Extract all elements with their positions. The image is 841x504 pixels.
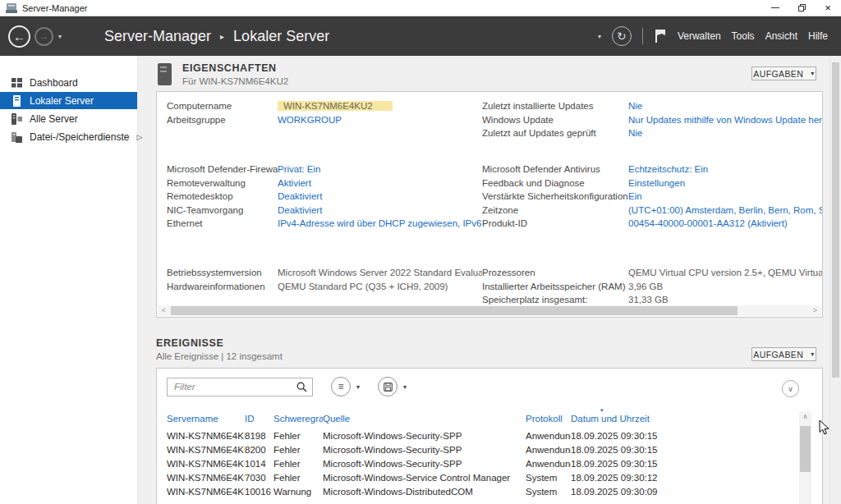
property-value-link[interactable]: (UTC+01:00) Amsterdam, Berlin, Bern, Rom… bbox=[628, 205, 822, 215]
menu-hilfe[interactable]: Hilfe bbox=[808, 30, 828, 42]
close-button[interactable]: × bbox=[815, 0, 841, 16]
back-icon: ← bbox=[13, 30, 25, 43]
property-value-link[interactable]: IPv4-Adresse wird über DHCP zugewiesen, … bbox=[278, 218, 482, 228]
property-row: Hardwareinformationen QEMU Standard PC (… bbox=[167, 280, 822, 293]
properties-title: EIGENSCHAFTEN bbox=[182, 62, 823, 74]
column-schweregrad[interactable]: Schweregrad bbox=[273, 407, 323, 428]
breadcrumb-current: Lokaler Server bbox=[233, 28, 329, 45]
cell-datum: 18.09.2025 09:30:15 bbox=[571, 442, 804, 456]
breadcrumb-root[interactable]: Server-Manager bbox=[104, 28, 211, 45]
property-value-link[interactable]: Ein bbox=[628, 191, 642, 201]
notifications-button[interactable] bbox=[654, 29, 667, 44]
menu-verwalten[interactable]: Verwalten bbox=[678, 30, 721, 42]
property-value-link[interactable]: Einstellungen bbox=[628, 178, 685, 188]
property-value: QEMU Virtual CPU version 2.5+, QEMU Virt… bbox=[628, 268, 822, 277]
table-row[interactable]: WIN-KS7NM6E4KU2 8200 Fehler Microsoft-Wi… bbox=[167, 442, 804, 456]
property-label: Remotedesktop bbox=[167, 191, 278, 201]
sidebar-item-alle-server[interactable]: Alle Server bbox=[0, 110, 137, 127]
property-value-link[interactable]: Nur Updates mithilfe von Windows Update … bbox=[628, 115, 822, 125]
window-vertical-scrollbar[interactable] bbox=[830, 56, 841, 504]
collapse-button[interactable]: ∨ bbox=[782, 380, 799, 397]
events-tasks-button[interactable]: AUFGABEN ▾ bbox=[751, 347, 816, 361]
forward-button[interactable]: → bbox=[34, 27, 53, 46]
scroll-right-icon[interactable]: > bbox=[809, 305, 821, 316]
property-row: Betriebssystemversion Microsoft Windows … bbox=[167, 266, 822, 279]
sidebar-item-label: Alle Server bbox=[30, 113, 78, 125]
events-vertical-scrollbar[interactable]: ∧ bbox=[799, 411, 811, 504]
sidebar-item-lokaler-server[interactable]: Lokaler Server bbox=[0, 92, 137, 109]
property-value: 3,96 GB bbox=[628, 282, 663, 291]
table-row[interactable]: WIN-KS7NM6E4KU2 7030 Fehler Microsoft-Wi… bbox=[167, 471, 804, 485]
query-list-button[interactable]: ≡ bbox=[331, 377, 351, 396]
scrollbar-thumb[interactable] bbox=[171, 306, 738, 315]
property-label: Zeitzone bbox=[482, 205, 628, 215]
events-header: EREIGNISSE Alle Ereignisse | 12 insgesam… bbox=[156, 337, 823, 362]
properties-panel: Computername WIN-KS7NM6E4KU2 Zuletzt ins… bbox=[156, 91, 823, 318]
cell-quelle: Microsoft-Windows-Security-SPP bbox=[323, 456, 526, 470]
forward-icon: → bbox=[39, 30, 49, 42]
properties-horizontal-scrollbar[interactable]: < > bbox=[158, 305, 821, 316]
nav-dropdown[interactable]: ▾ bbox=[598, 33, 601, 40]
column-servername[interactable]: Servername bbox=[167, 407, 245, 428]
cell-schweregrad: Warnung bbox=[273, 485, 323, 499]
property-value: 31,33 GB bbox=[628, 295, 669, 305]
property-value-link[interactable]: Deaktiviert bbox=[278, 205, 322, 215]
sidebar-item-dashboard[interactable]: Dashboard bbox=[0, 74, 137, 91]
scroll-left-icon[interactable]: < bbox=[158, 305, 170, 316]
chevron-down-icon[interactable]: ▾ bbox=[356, 383, 360, 391]
server-icon bbox=[11, 95, 22, 107]
sidebar-item-datei-speicherdienste[interactable]: Datei-/Speicherdienste ▷ bbox=[0, 128, 137, 145]
save-query-button[interactable] bbox=[378, 377, 398, 396]
window-title: Server-Manager bbox=[22, 3, 87, 13]
property-row: Computername WIN-KS7NM6E4KU2 Zuletzt ins… bbox=[167, 99, 822, 112]
column-protokoll[interactable]: Protokoll bbox=[526, 407, 571, 428]
property-label: Microsoft Defender-Firewall bbox=[167, 164, 278, 174]
column-datum-und-uhrzeit[interactable]: ▾Datum und Uhrzeit bbox=[571, 407, 804, 428]
column-id[interactable]: ID bbox=[245, 407, 273, 428]
cell-id: 1014 bbox=[245, 456, 273, 470]
filter-input[interactable] bbox=[174, 382, 296, 392]
history-dropdown[interactable]: ▾ bbox=[58, 33, 62, 40]
computername-value[interactable]: WIN-KS7NM6E4KU2 bbox=[278, 101, 393, 111]
properties-tasks-button[interactable]: AUFGABEN ▾ bbox=[751, 66, 816, 80]
cell-id: 8198 bbox=[245, 428, 273, 442]
cell-quelle: Microsoft-Windows-DistributedCOM bbox=[323, 485, 526, 499]
property-label: Zuletzt auf Updates geprüft bbox=[482, 128, 628, 138]
table-row[interactable]: WIN-KS7NM6E4KU2 8198 Fehler Microsoft-Wi… bbox=[167, 428, 804, 442]
cell-schweregrad: Fehler bbox=[273, 471, 323, 485]
table-row[interactable]: WIN-KS7NM6E4KU2 10016 Warnung Microsoft-… bbox=[167, 485, 804, 499]
maximize-button[interactable] bbox=[788, 0, 815, 16]
scrollbar-thumb[interactable] bbox=[832, 62, 839, 378]
property-label: Zuletzt installierte Updates bbox=[482, 101, 628, 111]
arbeitsgruppe-value[interactable]: WORKGROUP bbox=[278, 115, 342, 125]
property-label: NIC-Teamvorgang bbox=[167, 205, 278, 215]
property-value-link[interactable]: Nie bbox=[628, 128, 642, 138]
property-value-link[interactable]: Nie bbox=[628, 101, 642, 111]
scroll-up-icon[interactable]: ∧ bbox=[799, 411, 811, 423]
property-value-link[interactable]: Echtzeitschutz: Ein bbox=[628, 164, 708, 174]
menu-tools[interactable]: Tools bbox=[732, 30, 755, 42]
restore-icon bbox=[798, 4, 806, 11]
storage-icon bbox=[11, 131, 22, 143]
property-value-link[interactable]: 00454-40000-00001-AA312 (Aktiviert) bbox=[628, 218, 788, 228]
property-value-link[interactable]: Deaktiviert bbox=[278, 191, 322, 201]
column-quelle[interactable]: Quelle bbox=[323, 407, 526, 428]
menu-ansicht[interactable]: Ansicht bbox=[765, 30, 797, 42]
minimize-button[interactable] bbox=[762, 0, 788, 16]
scrollbar-thumb[interactable] bbox=[800, 426, 811, 472]
property-value-link[interactable]: Privat: Ein bbox=[278, 164, 320, 174]
table-row[interactable]: WIN-KS7NM6E4KU2 1014 Fehler Microsoft-Wi… bbox=[167, 456, 804, 470]
cell-servername: WIN-KS7NM6E4KU2 bbox=[167, 442, 245, 456]
events-panel: ≡ ▾ ▾ ∨ Servername bbox=[156, 368, 823, 504]
tasks-label: AUFGABEN bbox=[753, 69, 803, 79]
back-button[interactable]: ← bbox=[8, 25, 30, 48]
chevron-down-icon[interactable]: ▾ bbox=[403, 383, 407, 391]
property-row: Ethernet IPv4-Adresse wird über DHCP zug… bbox=[167, 217, 822, 230]
cell-servername: WIN-KS7NM6E4KU2 bbox=[167, 471, 245, 485]
filter-box bbox=[167, 378, 313, 396]
cell-id: 8200 bbox=[245, 442, 273, 456]
property-label: Arbeitsgruppe bbox=[167, 115, 278, 125]
properties-header: EIGENSCHAFTEN Für WIN-KS7NM6E4KU2 AUFGAB… bbox=[156, 62, 823, 87]
refresh-button[interactable]: ↻ bbox=[612, 26, 632, 46]
property-value-link[interactable]: Aktiviert bbox=[278, 178, 311, 188]
